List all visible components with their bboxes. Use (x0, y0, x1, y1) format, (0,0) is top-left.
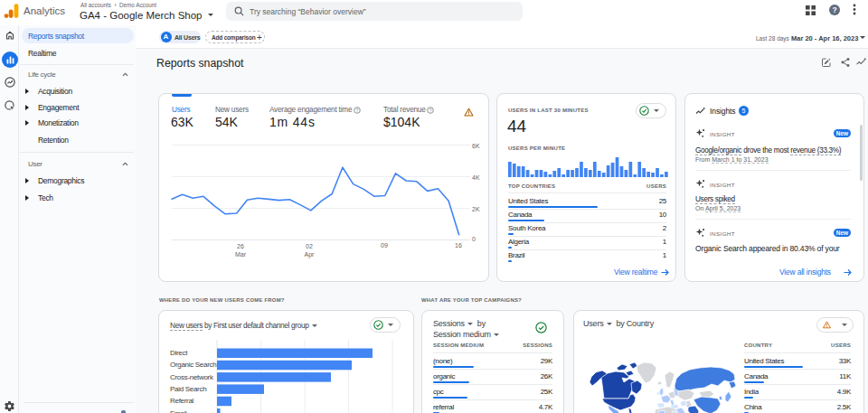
svg-text:?: ? (832, 5, 836, 14)
